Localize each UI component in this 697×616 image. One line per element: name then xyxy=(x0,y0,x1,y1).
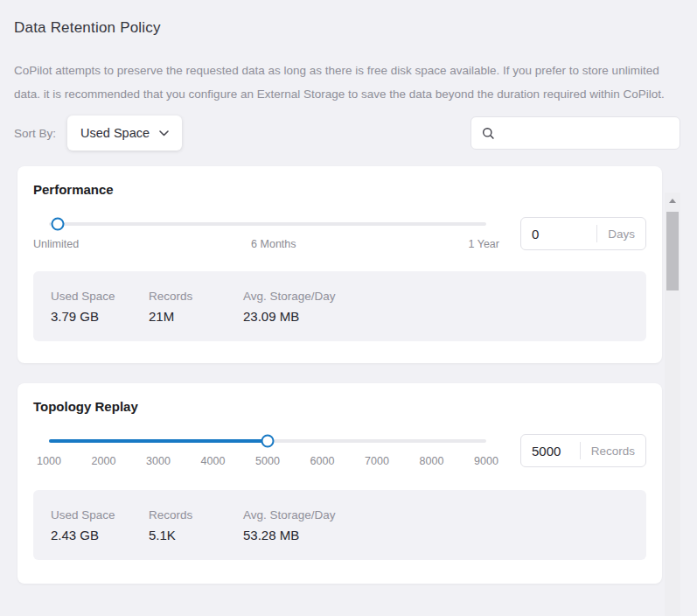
retention-value-box-topology: Records xyxy=(520,434,646,467)
value-unit-label: Records xyxy=(581,444,645,458)
stat-avg-storage: Avg. Storage/Day 23.09 MB xyxy=(243,290,336,324)
tick-label: 3000 xyxy=(146,455,171,467)
slider-tick-labels: 1000 2000 3000 4000 5000 6000 7000 8000 … xyxy=(49,455,486,469)
card-topology-replay: Topology Replay 1000 2000 3000 4000 5000… xyxy=(17,383,662,584)
sort-by-value: Used Space xyxy=(80,126,150,140)
stat-value: 2.43 GB xyxy=(51,528,149,542)
card-performance: Performance Unlimited 6 Months 1 Year Da… xyxy=(17,166,662,363)
retention-value-input[interactable] xyxy=(521,227,596,242)
scrollbar-thumb[interactable] xyxy=(666,212,679,290)
slider-track[interactable] xyxy=(49,439,486,443)
retention-slider-topology: 1000 2000 3000 4000 5000 6000 7000 8000 … xyxy=(33,425,499,469)
card-title: Performance xyxy=(33,180,646,200)
search-box[interactable] xyxy=(470,116,680,150)
stat-label: Used Space xyxy=(51,508,149,522)
stat-label: Avg. Storage/Day xyxy=(243,508,336,522)
slider-handle[interactable] xyxy=(261,435,275,448)
value-unit-label: Days xyxy=(597,228,645,241)
slider-handle[interactable] xyxy=(52,218,65,231)
scroll-up-button[interactable] xyxy=(665,192,680,208)
retention-slider-performance: Unlimited 6 Months 1 Year xyxy=(33,208,499,250)
slider-track[interactable] xyxy=(49,222,486,226)
search-icon xyxy=(482,127,495,140)
sort-by-dropdown[interactable]: Used Space xyxy=(67,116,182,150)
stat-label: Records xyxy=(149,290,243,303)
stat-label: Avg. Storage/Day xyxy=(243,290,336,303)
controls-row: Sort By: Used Space xyxy=(0,116,697,150)
stats-box: Used Space 3.79 GB Records 21M Avg. Stor… xyxy=(33,271,646,341)
stat-label: Used Space xyxy=(51,290,149,303)
slider-fill xyxy=(49,439,268,443)
stats-box: Used Space 2.43 GB Records 5.1K Avg. Sto… xyxy=(33,490,646,560)
arrow-up-icon xyxy=(669,199,676,203)
stat-value: 53.28 MB xyxy=(243,528,336,542)
sort-by-label: Sort By: xyxy=(14,127,56,140)
tick-label: Unlimited xyxy=(33,238,79,250)
stat-value: 23.09 MB xyxy=(243,309,336,324)
stat-used-space: Used Space 2.43 GB xyxy=(51,508,149,542)
stat-used-space: Used Space 3.79 GB xyxy=(51,290,149,324)
slider-row: Unlimited 6 Months 1 Year Days xyxy=(33,208,646,250)
tick-label: 7000 xyxy=(365,455,389,467)
tick-label: 1 Year xyxy=(469,238,499,250)
page-header: Data Retention Policy CoPilot attempts t… xyxy=(0,0,697,106)
stat-value: 3.79 GB xyxy=(51,309,149,324)
vertical-scrollbar[interactable] xyxy=(665,192,680,616)
tick-label: 2000 xyxy=(92,455,116,467)
tick-label: 8000 xyxy=(420,455,444,467)
page-description: CoPilot attempts to preserve the request… xyxy=(14,59,683,106)
slider-tick-labels: Unlimited 6 Months 1 Year xyxy=(33,238,499,250)
stat-records: Records 5.1K xyxy=(149,508,243,542)
tick-label: 4000 xyxy=(201,455,226,467)
card-title: Topology Replay xyxy=(33,397,646,416)
page-title: Data Retention Policy xyxy=(14,19,683,37)
retention-cards-list: Performance Unlimited 6 Months 1 Year Da… xyxy=(0,166,697,584)
stat-avg-storage: Avg. Storage/Day 53.28 MB xyxy=(243,508,336,542)
stat-value: 5.1K xyxy=(149,528,243,542)
tick-label: 1000 xyxy=(37,455,61,467)
tick-label: 5000 xyxy=(255,455,280,467)
retention-value-input[interactable] xyxy=(521,444,580,458)
tick-label: 6000 xyxy=(310,455,335,467)
chevron-down-icon xyxy=(159,130,169,136)
slider-row: 1000 2000 3000 4000 5000 6000 7000 8000 … xyxy=(33,425,646,469)
stat-value: 21M xyxy=(149,309,243,324)
tick-label: 9000 xyxy=(474,455,498,467)
stat-records: Records 21M xyxy=(149,290,243,324)
search-input[interactable] xyxy=(503,125,669,141)
tick-label: 6 Months xyxy=(251,238,296,250)
retention-value-box-performance: Days xyxy=(520,217,646,250)
stat-label: Records xyxy=(149,508,243,522)
